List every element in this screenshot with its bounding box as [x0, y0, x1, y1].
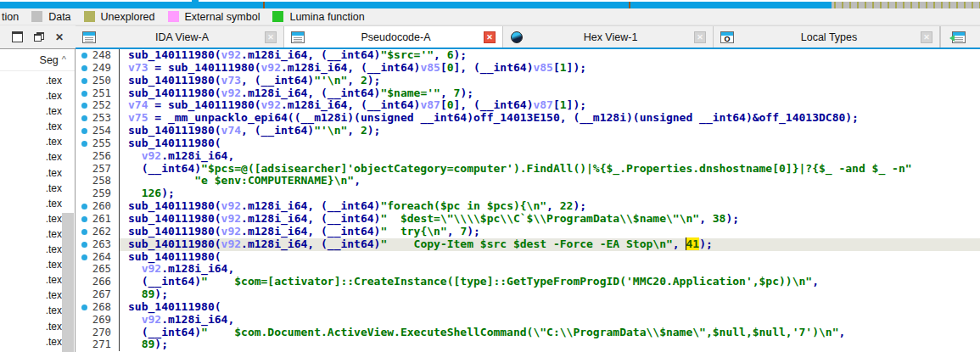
navigation-band[interactable]	[0, 2, 980, 8]
code-line[interactable]: 269 v92.m128i_i64,	[76, 314, 980, 327]
code-line[interactable]: 271 89);	[76, 338, 980, 351]
code-token: );	[454, 49, 468, 61]
code-line[interactable]: 270 (__int64)" $com.Document.ActiveView.…	[76, 327, 980, 339]
code-text[interactable]: sub_140111980(v73, (__int64)"'\n", 2);	[120, 75, 980, 87]
code-token: v74	[128, 98, 148, 111]
segment-row[interactable]: .tex	[0, 88, 75, 103]
code-line[interactable]: 248sub_140111980(v92.m128i_i64, (__int64…	[76, 49, 980, 62]
code-line[interactable]: 255sub_140111980(	[76, 137, 980, 150]
close-tab-icon[interactable]: ✕	[694, 31, 706, 43]
segment-row[interactable]: .tex	[0, 149, 75, 165]
breakpoint-dot-icon	[81, 141, 87, 147]
tab-ida-view-a[interactable]: IDA View-A✕	[76, 26, 284, 47]
code-line[interactable]: 263sub_140111980(v92.m128i_i64, (__int64…	[76, 238, 980, 251]
code-token: 2	[361, 74, 367, 87]
code-text[interactable]: sub_140111980(	[120, 137, 980, 150]
code-line[interactable]: 252v74 = sub_140111980(v92.m128i_i64, (_…	[76, 99, 980, 112]
line-number: 257	[92, 163, 111, 175]
legend-item: tion	[2, 11, 19, 23]
code-text[interactable]: 126);	[120, 187, 980, 200]
code-line[interactable]: 258 "e $env:COMPUTERNAME}\n",	[76, 175, 980, 187]
code-text[interactable]: v73 = sub_140111980(v92.m128i_i64, (__in…	[120, 62, 980, 75]
code-line[interactable]: 267 89);	[76, 288, 980, 301]
code-text[interactable]: sub_140111980(v92.m128i_i64, (__int64)"$…	[120, 87, 980, 100]
segment-row[interactable]: .tex	[0, 119, 75, 134]
tab-pseudocode-a[interactable]: Pseudocode-A✕	[284, 26, 503, 47]
tab-bar: IDA View-A✕Pseudocode-A✕Hex View-1✕OLoca…	[76, 25, 980, 47]
navigation-band-data-region[interactable]	[832, 2, 980, 8]
code-text[interactable]: v92.m128i_i64,	[120, 150, 980, 163]
code-text[interactable]: sub_140111980(	[120, 301, 980, 314]
line-number: 249	[92, 62, 111, 74]
code-text[interactable]: v92.m128i_i64,	[120, 263, 980, 276]
code-line[interactable]: 261sub_140111980(v92.m128i_i64, (__int64…	[76, 213, 980, 226]
line-number-gutter: 271	[76, 338, 120, 351]
code-text[interactable]: sub_140111980(v92.m128i_i64, (__int64)" …	[120, 213, 980, 226]
code-text[interactable]: sub_140111980(v74, (__int64)"'\n", 2);	[120, 125, 980, 137]
code-token: = sub_140111980(	[148, 61, 260, 74]
segment-row[interactable]: .tex	[0, 181, 75, 196]
code-text[interactable]: "e $env:COMPUTERNAME}\n",	[120, 175, 980, 187]
close-tab-icon[interactable]: ✕	[921, 31, 932, 43]
code-text[interactable]: v75 = _mm_unpacklo_epi64((__m128i)(unsig…	[120, 112, 980, 125]
line-number: 258	[92, 175, 111, 187]
close-tab-icon[interactable]: ✕	[265, 31, 277, 43]
segment-scrollbar-thumb[interactable]	[62, 213, 74, 352]
code-line[interactable]: 253v75 = _mm_unpacklo_epi64((__m128i)(un…	[76, 112, 980, 125]
code-text[interactable]: sub_140111980(v92.m128i_i64, (__int64)" …	[120, 226, 980, 238]
code-text[interactable]: sub_140111980(v92.m128i_i64, (__int64)"$…	[120, 49, 980, 62]
main-area: IDA View-A✕Pseudocode-A✕Hex View-1✕OLoca…	[76, 25, 980, 352]
code-text[interactable]: v74 = sub_140111980(v92.m128i_i64, (__in…	[120, 99, 980, 112]
segment-row[interactable]: .tex	[0, 196, 75, 211]
code-line[interactable]: 265 v92.m128i_i64,	[76, 263, 980, 276]
code-text[interactable]: sub_140111980(v92.m128i_i64, (__int64)"f…	[120, 200, 980, 213]
code-line[interactable]: 249v73 = sub_140111980(v92.m128i_i64, (_…	[76, 62, 980, 75]
line-number-gutter: 260	[76, 200, 120, 213]
restore-window-icon[interactable]	[12, 31, 23, 42]
close-panel-icon[interactable]: ✕	[55, 32, 64, 42]
code-token: v92	[142, 149, 161, 162]
code-line[interactable]: 256 v92.m128i_i64,	[76, 150, 980, 163]
segment-row[interactable]: .tex	[0, 103, 75, 119]
code-text[interactable]: (__int64)"$pcs=@([adsisearcher]'objectCa…	[120, 163, 980, 176]
code-text[interactable]: (__int64)" $com.Document.ActiveView.Exec…	[120, 327, 980, 339]
code-token: 38	[713, 212, 726, 225]
code-text[interactable]: v92.m128i_i64,	[120, 314, 980, 327]
navigation-band-separator	[263, 2, 265, 8]
code-token: v73	[128, 61, 148, 74]
line-number-gutter: 257	[76, 163, 120, 176]
code-line[interactable]: 254sub_140111980(v74, (__int64)"'\n", 2)…	[76, 125, 980, 137]
segment-column-header[interactable]: Seg ^	[0, 49, 75, 71]
line-number-gutter: 261	[76, 213, 120, 226]
segment-row[interactable]: .tex	[0, 73, 75, 88]
code-line[interactable]: 262sub_140111980(v92.m128i_i64, (__int64…	[76, 226, 980, 238]
code-line[interactable]: 251sub_140111980(v92.m128i_i64, (__int64…	[76, 87, 980, 100]
code-token: 6	[447, 49, 454, 61]
cascade-windows-icon[interactable]	[34, 32, 44, 42]
tab-hex-view-1[interactable]: Hex View-1✕	[503, 26, 714, 47]
code-text[interactable]: 89);	[120, 338, 980, 351]
segment-row[interactable]: .tex	[0, 134, 75, 149]
segment-list-panel: Seg ^ .tex.tex.tex.tex.tex.tex.tex.tex.t…	[0, 48, 76, 352]
code-token: 2	[361, 124, 367, 137]
code-text[interactable]: (__int64)" $com=[activator]::CreateInsta…	[120, 276, 980, 288]
code-token: " try{\n"	[380, 225, 446, 237]
code-text[interactable]: sub_140111980(v92.m128i_i64, (__int64)" …	[120, 238, 980, 251]
window-list-icon[interactable]	[952, 31, 966, 43]
tab-local-types[interactable]: OLocal Types✕	[714, 26, 940, 47]
code-line[interactable]: 259 126);	[76, 187, 980, 200]
segment-row[interactable]: .tex	[0, 165, 75, 181]
code-line[interactable]: 268sub_140111980(	[76, 301, 980, 314]
legend-color-swatch	[168, 11, 179, 22]
code-line[interactable]: 250sub_140111980(v73, (__int64)"'\n", 2)…	[76, 75, 980, 87]
code-line[interactable]: 266 (__int64)" $com=[activator]::CreateI…	[76, 276, 980, 288]
code-line[interactable]: 257 (__int64)"$pcs=@([adsisearcher]'obje…	[76, 163, 980, 176]
code-line[interactable]: 260sub_140111980(v92.m128i_i64, (__int64…	[76, 200, 980, 213]
code-text[interactable]: 89);	[120, 288, 980, 301]
code-line[interactable]: 264sub_140111980(	[76, 251, 980, 264]
line-number-gutter: 258	[76, 175, 120, 187]
line-number-gutter: 256	[76, 150, 120, 163]
close-tab-icon[interactable]: ✕	[484, 31, 496, 43]
code-text[interactable]: sub_140111980(	[120, 251, 980, 264]
pseudocode-view[interactable]: 248sub_140111980(v92.m128i_i64, (__int64…	[76, 49, 980, 352]
